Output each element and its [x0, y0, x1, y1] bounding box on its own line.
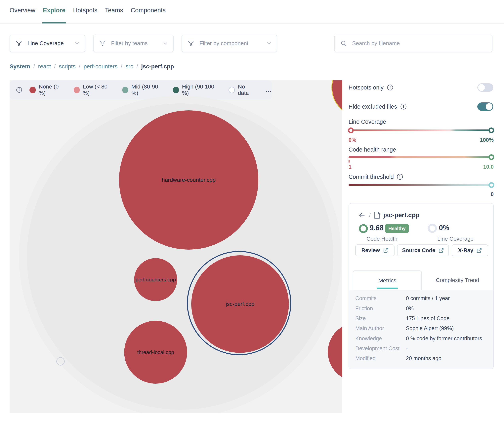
legend-more[interactable]: ...: [266, 87, 272, 93]
breadcrumb-root[interactable]: System: [10, 63, 30, 70]
active-tab-underline: [377, 287, 398, 289]
chevron-down-icon: [74, 40, 80, 46]
slider-handle-min[interactable]: [348, 127, 354, 133]
info-icon[interactable]: [387, 84, 394, 91]
metric-row-knowledge: Knowledge 0 % code by former contributor…: [349, 336, 493, 342]
toggle-knob: [486, 103, 492, 110]
bubble-jsc-perf-selected[interactable]: jsc-perf.cpp: [191, 255, 289, 353]
metric-row-size: Size 175 Lines of Code: [349, 315, 493, 322]
hotspots-only-label: Hotspots only: [349, 84, 383, 91]
breadcrumb-link[interactable]: perf-counters: [84, 63, 118, 70]
hide-excluded-label: Hide excluded files: [349, 103, 397, 110]
hotspots-only-toggle[interactable]: [477, 83, 493, 92]
external-link-icon: [439, 248, 444, 253]
breadcrumb-link[interactable]: react: [38, 63, 51, 70]
tab-metrics[interactable]: Metrics: [353, 270, 422, 290]
line-coverage-slider-label: Line Coverage: [349, 118, 386, 125]
bubble-label: hardware-counter.cpp: [162, 177, 216, 183]
commit-threshold-value-row: 0: [349, 191, 494, 198]
line-coverage-slider[interactable]: [349, 130, 494, 131]
metric-row-modified: Modified 20 months ago: [349, 355, 493, 362]
bubble-label: perf-counters.cpp: [135, 277, 176, 283]
tab-components[interactable]: Components: [131, 7, 166, 18]
slider-handle-min[interactable]: [349, 160, 350, 163]
hide-excluded-toggle[interactable]: [477, 102, 493, 111]
review-button[interactable]: Review: [355, 244, 395, 256]
code-health-slider[interactable]: [349, 156, 494, 158]
legend-dot-high: [173, 87, 179, 93]
legend-item-none: None (0 %): [29, 84, 65, 96]
line-coverage-ring-icon: [428, 224, 437, 233]
legend-dot-low: [74, 87, 80, 93]
info-icon[interactable]: [400, 103, 407, 110]
code-health-gauge-icon: [359, 224, 368, 233]
nav-divider: [0, 24, 504, 24]
bubble-thread-local[interactable]: thread-local.cpp: [124, 321, 187, 384]
file-card-header: / jsc-perf.cpp: [358, 212, 420, 219]
commit-threshold-slider[interactable]: [349, 184, 494, 186]
search-icon: [340, 40, 347, 47]
component-filter-dropdown[interactable]: Filter by component: [182, 35, 277, 52]
legend-item-low: Low (< 80 %): [74, 84, 114, 96]
back-arrow-icon[interactable]: [358, 212, 366, 218]
coverage-filter-dropdown[interactable]: Line Coverage: [10, 35, 85, 52]
info-icon[interactable]: [16, 87, 22, 93]
bubble-hardware-counter[interactable]: hardware-counter.cpp: [119, 110, 258, 249]
breadcrumb-link[interactable]: scripts: [59, 63, 76, 70]
file-name: jsc-perf.cpp: [383, 212, 419, 219]
hide-excluded-row: Hide excluded files: [349, 101, 494, 112]
top-nav: Overview Explore Hotspots Teams Componen…: [10, 7, 166, 18]
line-coverage-label: Line Coverage: [437, 236, 473, 242]
metric-row-friction: Friction 0%: [349, 306, 493, 312]
commit-threshold-value: 0: [491, 191, 494, 198]
xray-button[interactable]: X-Ray: [452, 244, 488, 256]
filename-search: [334, 35, 492, 52]
teams-filter-dropdown[interactable]: Filter by teams: [93, 35, 174, 52]
external-link-icon: [477, 248, 482, 253]
funnel-icon: [187, 40, 194, 47]
bubble-label: jsc-perf.cpp: [226, 301, 255, 307]
legend-dot-nodata: [229, 87, 235, 93]
breadcrumb-link[interactable]: src: [126, 63, 133, 70]
metrics-panel: Commits 0 commits / 1 year Friction 0% S…: [349, 290, 493, 369]
component-filter-placeholder: Filter by component: [199, 40, 266, 47]
info-icon[interactable]: [396, 173, 403, 180]
healthy-badge: Healthy: [385, 224, 409, 233]
coverage-legend: None (0 %) Low (< 80 %) Mid (80-90 %) Hi…: [10, 80, 272, 100]
legend-dot-mid: [122, 87, 128, 93]
legend-item-nodata: No data: [229, 84, 256, 96]
tab-complexity-trend[interactable]: Complexity Trend: [422, 270, 493, 290]
external-link-icon: [383, 248, 389, 253]
bubble-perf-counters[interactable]: perf-counters.cpp: [134, 258, 177, 301]
chevron-down-icon: [162, 40, 168, 46]
file-bubble-chart: hardware-counter.cpp perf-counters.cpp j…: [10, 80, 342, 413]
breadcrumb-current: jsc-perf.cpp: [141, 63, 174, 70]
toggle-knob: [478, 84, 485, 91]
bubble-clipped-bottom-right[interactable]: [328, 323, 342, 381]
search-input[interactable]: [352, 40, 492, 47]
metric-row-commits: Commits 0 commits / 1 year: [349, 295, 493, 302]
bubble-no-data-small[interactable]: [56, 357, 65, 366]
legend-item-mid: Mid (80-90 %): [122, 84, 165, 96]
chevron-down-icon: [266, 40, 272, 46]
code-health-value: 9.68: [370, 224, 383, 232]
controls-panel: Hotspots only Hide excluded files Line C…: [349, 80, 494, 371]
tab-hotspots[interactable]: Hotspots: [73, 7, 97, 18]
code-health-slider-label: Code health range: [349, 146, 396, 153]
funnel-icon: [16, 40, 22, 47]
slider-handle-max[interactable]: [488, 154, 494, 160]
metric-row-dev-cost: Development Cost -: [349, 345, 493, 352]
code-health-label: Code Health: [366, 236, 397, 242]
slider-handle-max[interactable]: [488, 127, 494, 133]
tab-explore[interactable]: Explore: [43, 7, 65, 18]
bubble-clipped-top-right[interactable]: [332, 80, 342, 117]
slider-handle[interactable]: [488, 182, 494, 188]
source-code-button[interactable]: Source Code: [397, 244, 449, 256]
file-detail-card: / jsc-perf.cpp 9.68 Healthy 0% Code Heal…: [349, 203, 494, 369]
hotspots-only-row: Hotspots only: [349, 82, 494, 93]
file-icon: [374, 212, 380, 219]
teams-filter-placeholder: Filter by teams: [111, 40, 162, 47]
tab-teams[interactable]: Teams: [105, 7, 123, 18]
tab-overview[interactable]: Overview: [10, 7, 35, 18]
legend-item-high: High (90-100 %): [173, 84, 221, 96]
